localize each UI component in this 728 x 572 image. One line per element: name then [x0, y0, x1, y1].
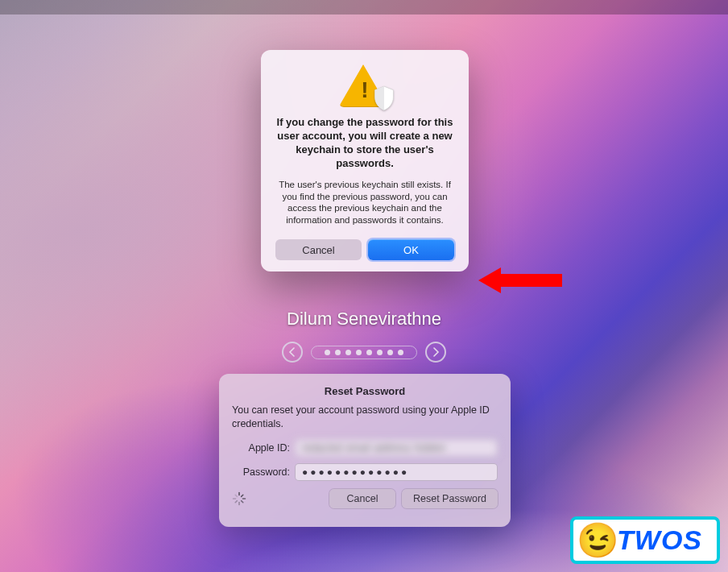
cancel-button[interactable]: Cancel — [275, 239, 362, 260]
keychain-alert-dialog: ! If you change the password for this us… — [261, 50, 469, 271]
spinner-icon — [232, 491, 246, 506]
svg-marker-0 — [478, 267, 562, 293]
watermark-text: TWOS — [617, 524, 702, 555]
arrow-left-icon — [287, 347, 297, 357]
alert-primary-text: If you change the password for this user… — [275, 116, 454, 171]
back-button[interactable] — [282, 342, 303, 363]
submit-button[interactable] — [425, 342, 446, 363]
apple-id-input[interactable] — [295, 439, 498, 457]
reset-title: Reset Password — [232, 385, 498, 397]
alert-secondary-text: The user's previous keychain still exist… — [275, 179, 454, 227]
password-input[interactable] — [295, 463, 498, 481]
menubar-shadow — [0, 0, 728, 15]
reset-subtitle: You can reset your account password usin… — [232, 404, 498, 431]
svg-line-6 — [235, 500, 237, 502]
password-label: Password: — [232, 466, 295, 478]
wink-emoji-icon: 😉 — [577, 524, 618, 557]
watermark-badge: 😉 TWOS — [570, 516, 720, 564]
warning-icon: ! — [339, 64, 391, 108]
reset-password-button[interactable]: Reset Password — [402, 489, 498, 508]
login-username: Dilum Senevirathne — [287, 309, 441, 330]
reset-password-popover: Reset Password You can reset your accoun… — [219, 374, 511, 527]
password-field[interactable] — [311, 346, 417, 359]
svg-line-2 — [242, 495, 243, 496]
apple-id-label: Apple ID: — [232, 442, 295, 454]
annotation-arrow-icon — [478, 264, 567, 296]
svg-line-8 — [235, 495, 237, 496]
arrow-right-icon — [431, 347, 441, 357]
ok-button[interactable]: OK — [368, 239, 454, 260]
shield-badge-icon — [373, 85, 395, 111]
reset-cancel-button[interactable]: Cancel — [329, 489, 395, 508]
login-password-row — [282, 342, 446, 363]
svg-line-4 — [242, 500, 243, 502]
